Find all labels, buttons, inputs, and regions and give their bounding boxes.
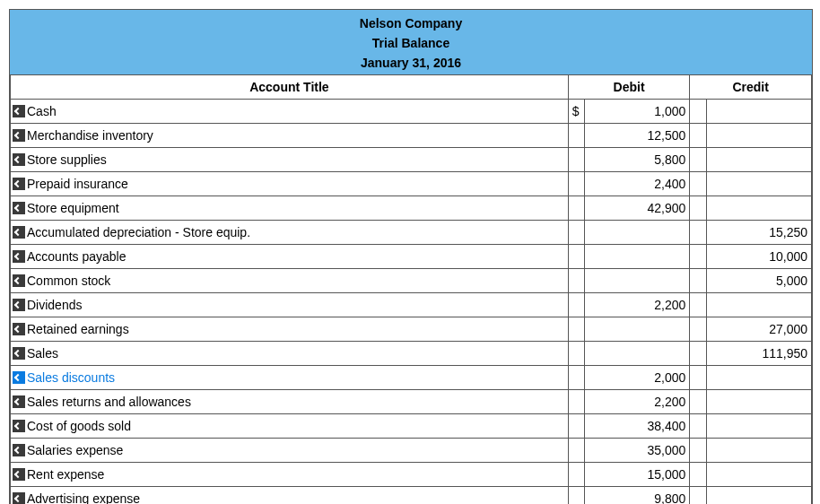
table-row: Sales discounts2,000: [11, 366, 812, 390]
account-cell[interactable]: Cash: [11, 100, 569, 124]
col-header-debit: Debit: [568, 75, 690, 100]
credit-amount: 5,000: [706, 269, 811, 293]
credit-amount: 111,950: [706, 342, 811, 366]
debit-amount: [585, 269, 690, 293]
account-name: Retained earnings: [27, 322, 129, 336]
credit-sym: [690, 342, 706, 366]
arrow-left-icon[interactable]: [13, 153, 25, 166]
debit-sym: [568, 245, 584, 269]
account-cell[interactable]: Sales: [11, 342, 569, 366]
col-header-credit: Credit: [690, 75, 812, 100]
credit-amount: 15,250: [706, 221, 811, 245]
arrow-left-icon[interactable]: [13, 299, 25, 311]
account-cell[interactable]: Sales returns and allowances: [11, 390, 569, 414]
arrow-left-icon[interactable]: [13, 250, 25, 263]
account-name: Sales returns and allowances: [27, 395, 191, 409]
account-cell[interactable]: Store equipment: [11, 196, 569, 221]
credit-sym: [690, 293, 706, 317]
table-row: Cost of goods sold38,400: [11, 414, 812, 439]
table-row: Rent expense15,000: [11, 463, 812, 487]
credit-sym: [690, 317, 706, 342]
arrow-left-icon[interactable]: [13, 371, 25, 384]
account-cell[interactable]: Cost of goods sold: [11, 414, 569, 439]
debit-sym: [568, 487, 584, 505]
col-header-title: Account Title: [11, 75, 569, 100]
debit-sym: [568, 221, 584, 245]
credit-sym: [690, 439, 706, 463]
table-row: Store equipment42,900: [11, 196, 812, 221]
debit-sym: [568, 463, 584, 487]
table-row: Cash$1,000: [11, 100, 812, 124]
debit-sym: [568, 269, 584, 293]
arrow-left-icon[interactable]: [13, 226, 25, 239]
credit-amount: 27,000: [706, 317, 811, 342]
account-cell[interactable]: Retained earnings: [11, 317, 569, 342]
account-name: Dividends: [27, 298, 82, 312]
credit-sym: [690, 172, 706, 196]
credit-amount: [706, 439, 811, 463]
report-header: Nelson Company Trial Balance January 31,…: [10, 10, 812, 74]
arrow-left-icon[interactable]: [13, 347, 25, 360]
account-name: Accounts payable: [27, 249, 126, 264]
account-cell[interactable]: Advertising expense: [11, 487, 569, 505]
debit-sym: [568, 196, 584, 221]
account-cell[interactable]: Sales discounts: [11, 366, 569, 390]
credit-sym: [690, 414, 706, 439]
arrow-left-icon[interactable]: [13, 178, 25, 190]
credit-sym: [690, 390, 706, 414]
arrow-left-icon[interactable]: [13, 323, 25, 335]
account-cell[interactable]: Accumulated depreciation - Store equip.: [11, 221, 569, 245]
arrow-left-icon[interactable]: [13, 274, 25, 287]
table-row: Dividends2,200: [11, 293, 812, 317]
table-row: Sales111,950: [11, 342, 812, 366]
account-name: Sales: [27, 346, 58, 361]
debit-amount: [585, 342, 690, 366]
debit-sym: [568, 124, 584, 148]
credit-sym: [690, 100, 706, 124]
debit-amount: 15,000: [585, 463, 690, 487]
account-cell[interactable]: Salaries expense: [11, 439, 569, 463]
account-cell[interactable]: Rent expense: [11, 463, 569, 487]
credit-amount: [706, 196, 811, 221]
debit-sym: [568, 172, 584, 196]
table-row: Advertising expense9,800: [11, 487, 812, 505]
table-row: Merchandise inventory12,500: [11, 124, 812, 148]
credit-amount: 10,000: [706, 245, 811, 269]
debit-amount: 35,000: [585, 439, 690, 463]
account-cell[interactable]: Prepaid insurance: [11, 172, 569, 196]
report-date: January 31, 2016: [10, 53, 812, 73]
account-name: Prepaid insurance: [27, 177, 128, 191]
credit-amount: [706, 366, 811, 390]
credit-amount: [706, 148, 811, 172]
arrow-left-icon[interactable]: [13, 444, 25, 456]
account-name: Store equipment: [27, 201, 119, 215]
account-cell[interactable]: Store supplies: [11, 148, 569, 172]
account-name: Merchandise inventory: [27, 128, 153, 143]
credit-sym: [690, 463, 706, 487]
arrow-left-icon[interactable]: [13, 105, 25, 117]
account-name: Salaries expense: [27, 443, 123, 457]
account-cell[interactable]: Dividends: [11, 293, 569, 317]
table-row: Accounts payable10,000: [11, 245, 812, 269]
table-row: Store supplies5,800: [11, 148, 812, 172]
trial-balance-table: Account Title Debit Credit Cash$1,000Mer…: [10, 74, 812, 504]
arrow-left-icon[interactable]: [13, 468, 25, 481]
arrow-left-icon[interactable]: [13, 395, 25, 408]
account-cell[interactable]: Accounts payable: [11, 245, 569, 269]
arrow-left-icon[interactable]: [13, 492, 25, 504]
arrow-left-icon[interactable]: [13, 129, 25, 142]
account-name: Common stock: [27, 274, 110, 288]
table-row: Sales returns and allowances2,200: [11, 390, 812, 414]
account-name: Store supplies: [27, 152, 107, 167]
credit-amount: [706, 172, 811, 196]
account-cell[interactable]: Common stock: [11, 269, 569, 293]
table-row: Common stock5,000: [11, 269, 812, 293]
table-row: Salaries expense35,000: [11, 439, 812, 463]
arrow-left-icon[interactable]: [13, 202, 25, 214]
account-name: Cash: [27, 104, 57, 118]
debit-sym: [568, 439, 584, 463]
credit-sym: [690, 196, 706, 221]
account-cell[interactable]: Merchandise inventory: [11, 124, 569, 148]
debit-amount: 42,900: [585, 196, 690, 221]
arrow-left-icon[interactable]: [13, 420, 25, 432]
